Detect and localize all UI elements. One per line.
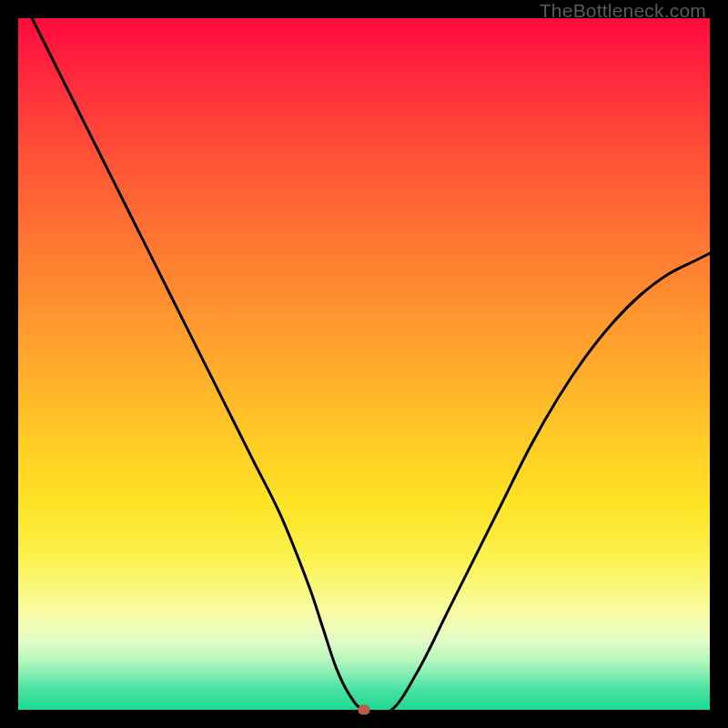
minimum-marker bbox=[359, 705, 370, 715]
bottleneck-curve bbox=[18, 18, 710, 710]
chart-frame: TheBottleneck.com bbox=[0, 0, 728, 728]
plot-area bbox=[18, 18, 710, 710]
